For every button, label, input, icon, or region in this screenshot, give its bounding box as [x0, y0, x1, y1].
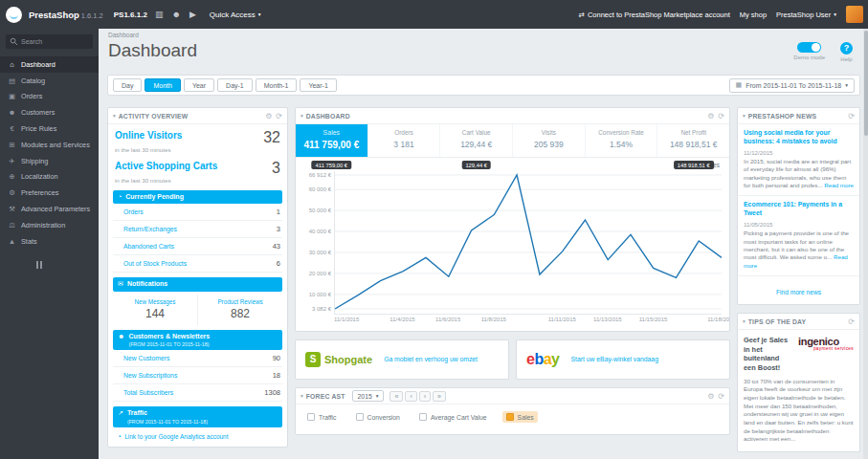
forecast-toggle-traffic[interactable]: Traffic: [303, 411, 341, 423]
rocket-icon[interactable]: ▶: [189, 10, 196, 19]
kpi-tooltip: 148 918,51 €: [674, 161, 714, 169]
chevron-down-icon: ▾: [834, 11, 836, 17]
refresh-icon[interactable]: ⟳: [848, 112, 855, 120]
range-button-month[interactable]: Month: [145, 78, 180, 92]
sidebar-item-preferences[interactable]: ⚙Preferences: [0, 185, 99, 201]
forecast-next-button[interactable]: ›: [419, 391, 431, 402]
sidebar-item-price-rules[interactable]: €Price Rules: [0, 120, 99, 137]
refresh-icon[interactable]: ⟳: [848, 317, 855, 326]
refresh-icon[interactable]: ⟳: [718, 112, 724, 120]
marketplace-icon: ⇄: [579, 11, 585, 19]
news-article-title[interactable]: Ecommerce 101: Payments in a Tweet: [744, 201, 854, 218]
sidebar-item-label: Customers: [21, 108, 55, 117]
kpi-visits[interactable]: Visits205 939: [512, 124, 585, 157]
sidebar-item-administration[interactable]: ⚖Administration: [0, 217, 99, 233]
user-menu[interactable]: PrestaShop User▾: [776, 11, 836, 19]
notification-cell[interactable]: New Messages144: [113, 295, 198, 325]
help-icon[interactable]: ?: [840, 42, 853, 55]
kpi-cart-value[interactable]: Cart Value129,44 €129,44 €: [439, 124, 512, 157]
marketplace-link[interactable]: ⇄Connect to PrestaShop Marketplace accou…: [579, 11, 730, 19]
range-button-year-1[interactable]: Year-1: [300, 78, 336, 92]
sidebar-item-advanced-parameters[interactable]: ⚒Advanced Parameters: [0, 201, 99, 217]
kpi-sales[interactable]: Sales411 759,00 €411 759,00 €: [296, 124, 367, 157]
activity-stat: Online Visitors32in the last 30 minutes: [108, 124, 287, 155]
breadcrumb[interactable]: Dashboard: [108, 32, 858, 38]
sidebar-item-localization[interactable]: ⊕Localization: [0, 169, 99, 186]
sidebar-item-modules-and-services[interactable]: ⊞Modules and Services: [0, 137, 99, 153]
activity-row-link[interactable]: Orders: [123, 208, 144, 215]
activity-row: New Customers90: [113, 350, 282, 367]
advanced-parameters-icon: ⚒: [8, 205, 16, 213]
date-range-picker[interactable]: ▦ From 2015-11-01 To 2015-11-18 ▾: [729, 78, 855, 93]
employee-icon[interactable]: ☻: [171, 10, 180, 19]
cart-icon[interactable]: ▥: [155, 10, 164, 19]
news-article-title[interactable]: Using social media for your business: 4 …: [744, 129, 854, 146]
refresh-icon[interactable]: ⟳: [276, 112, 282, 120]
activity-row-link[interactable]: New Customers: [123, 355, 169, 361]
my-shop-link[interactable]: My shop: [740, 11, 767, 19]
sidebar-item-shipping[interactable]: ✈Shipping: [0, 153, 99, 169]
forecast-toggle-sales[interactable]: Sales: [502, 411, 538, 423]
user-avatar[interactable]: [846, 6, 863, 23]
date-filter-toolbar: DayMonthYearDay-1Month-1Year-1 ▦ From 20…: [107, 75, 860, 96]
notification-cells: New Messages144Product Reviews882: [113, 295, 282, 325]
forecast-last-button[interactable]: »: [433, 391, 446, 402]
sales-chart[interactable]: [334, 171, 722, 315]
page-scrollbar[interactable]: [863, 29, 868, 459]
sidebar-item-orders[interactable]: ▣Orders: [0, 89, 99, 105]
activity-stat-link[interactable]: Active Shopping Carts: [115, 161, 217, 171]
forecast-toggles: TrafficConversionAverage Cart ValueSales: [296, 404, 729, 434]
find-more-news-link[interactable]: Find more news: [776, 289, 821, 295]
kpi-net-profit[interactable]: Net Profit148 918,51 €148 918,51 €: [657, 124, 729, 157]
customers-icon: ☻: [8, 108, 16, 117]
activity-row-link[interactable]: Abandoned Carts: [123, 243, 174, 250]
forecast-toggle-conversion[interactable]: Conversion: [352, 411, 404, 423]
google-analytics-link[interactable]: Link to your Google Analytics account: [124, 433, 228, 440]
activity-row-link[interactable]: Return/Exchanges: [123, 226, 177, 232]
kpi-conversion-rate[interactable]: Conversion Rate1.54%: [585, 124, 657, 157]
date-range-text: From 2015-11-01 To 2015-11-18: [746, 82, 841, 89]
sidebar-item-catalog[interactable]: ▤Catalog: [0, 73, 99, 89]
gear-icon[interactable]: ⚙: [707, 112, 714, 120]
ebay-link[interactable]: Start uw eBay-winkel vandaag: [571, 356, 658, 364]
sidebar-item-label: Dashboard: [21, 60, 56, 69]
sidebar-item-customers[interactable]: ☻Customers: [0, 104, 99, 120]
gear-icon[interactable]: ⚙: [707, 392, 714, 401]
scrollbar-thumb[interactable]: [864, 31, 868, 136]
activity-row-link[interactable]: Out of Stock Products: [123, 260, 187, 267]
analytics-icon: ▪: [119, 433, 121, 439]
activity-row-link[interactable]: Total Subscribers: [123, 389, 173, 396]
demo-mode-toggle[interactable]: [797, 42, 821, 53]
forecast-year-select[interactable]: 2015▾: [352, 390, 385, 402]
collapse-sidebar-button[interactable]: [36, 261, 99, 269]
y-axis-label: 60 000 €: [309, 186, 331, 192]
activity-stat-link[interactable]: Online Visitors: [115, 130, 182, 141]
range-button-month-1[interactable]: Month-1: [256, 78, 298, 92]
range-button-day-1[interactable]: Day-1: [217, 78, 253, 92]
gear-icon[interactable]: ⚙: [265, 112, 272, 120]
sidebar-search-input[interactable]: [21, 38, 89, 45]
shopgate-brand: Shopgate: [324, 354, 372, 365]
activity-row-link[interactable]: New Subscriptions: [123, 372, 177, 379]
shop-name[interactable]: PS1.6.1.2: [114, 11, 147, 19]
sidebar-item-stats[interactable]: ▲Stats: [0, 233, 99, 250]
kpi-orders[interactable]: Orders3 181: [367, 124, 440, 157]
section-title: Currently Pending: [125, 193, 184, 201]
clock-icon: ◔: [118, 193, 122, 201]
shopgate-logo: S Shopgate: [305, 352, 372, 367]
range-button-year[interactable]: Year: [184, 78, 214, 92]
notification-cell[interactable]: Product Reviews882: [198, 295, 282, 325]
sidebar-search[interactable]: [6, 34, 93, 49]
refresh-icon[interactable]: ⟳: [718, 392, 724, 401]
forecast-first-button[interactable]: «: [389, 391, 403, 402]
sidebar-item-label: Localization: [21, 172, 58, 181]
range-button-day[interactable]: Day: [113, 78, 142, 92]
quick-access-menu[interactable]: Quick Access▾: [210, 11, 261, 19]
forecast-toggle-average-cart-value[interactable]: Average Cart Value: [415, 411, 491, 423]
chevron-down-icon: ▾: [376, 393, 379, 399]
forecast-prev-button[interactable]: ‹: [405, 391, 416, 402]
activity-row-value: 1308: [264, 388, 280, 397]
read-more-link[interactable]: Read more: [824, 182, 854, 188]
shopgate-link[interactable]: Ga mobiel en verhoog uw omzet: [384, 356, 478, 364]
sidebar-item-dashboard[interactable]: ⌂Dashboard: [0, 56, 99, 73]
